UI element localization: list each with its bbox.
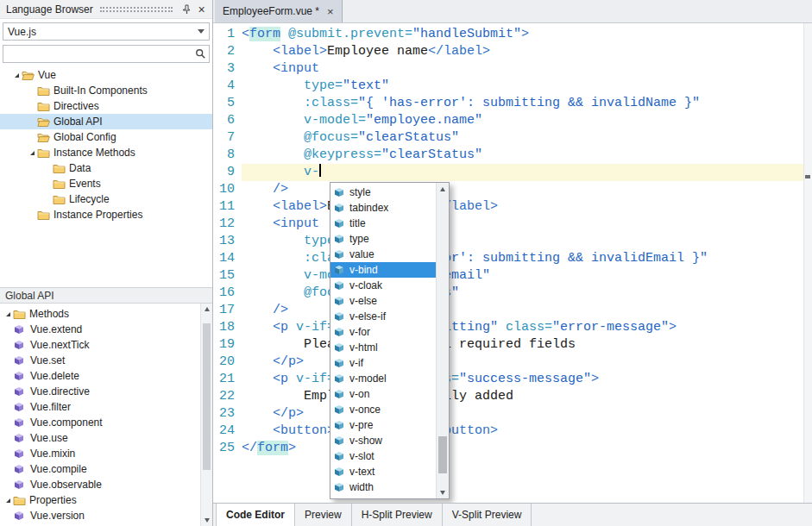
autocomplete-item-v-show[interactable]: v-show <box>330 433 436 448</box>
autocomplete-item-v-cloak[interactable]: v-cloak <box>330 278 436 293</box>
autocomplete-item-v-on[interactable]: v-on <box>330 386 436 402</box>
bottom-tab-code-editor[interactable]: Code Editor <box>216 504 295 526</box>
detail-item-properties[interactable]: Properties <box>0 492 198 508</box>
code-line-24[interactable]: 24 <button>Add Employee</button> <box>213 423 803 440</box>
code-line-4[interactable]: 4 type="text" <box>213 78 803 95</box>
tree-item-lifecycle[interactable]: Lifecycle <box>0 191 212 207</box>
tree-item-events[interactable]: Events <box>0 176 212 191</box>
autocomplete-item-style[interactable]: style <box>330 185 436 200</box>
code-editor[interactable]: 1<form @submit.prevent="handleSubmit">2 … <box>213 23 812 503</box>
bottom-tab-h-split-preview[interactable]: H-Split Preview <box>352 504 443 526</box>
detail-item-vue-directive[interactable]: Vue.directive <box>0 384 198 399</box>
tree-item-vue[interactable]: Vue <box>0 67 212 83</box>
code-line-15[interactable]: 15 v-model="employee.email" <box>213 267 803 285</box>
detail-item-vue-extend[interactable]: Vue.extend <box>0 322 198 337</box>
search-input[interactable] <box>3 46 192 62</box>
code-line-11[interactable]: 11 <label>Employee email</label> <box>213 198 803 216</box>
detail-item-vue-nexttick[interactable]: Vue.nextTick <box>0 337 198 353</box>
code-line-22[interactable]: 22 Employee successfully added <box>213 388 803 405</box>
expander-icon[interactable] <box>3 310 13 318</box>
tab-close-icon[interactable]: × <box>327 6 334 17</box>
code-line-21[interactable]: 21 <p v-if="success" class="success-mess… <box>213 371 803 388</box>
code-line-2[interactable]: 2 <label>Employee name</label> <box>213 43 803 60</box>
code-line-16[interactable]: 16 @focus="clearStatus" <box>213 285 803 302</box>
tree-item-directives[interactable]: Directives <box>0 98 212 114</box>
code-line-20[interactable]: 20 </p> <box>213 354 803 371</box>
code-line-17[interactable]: 17 /> <box>213 302 803 319</box>
chevron-down-icon[interactable] <box>193 23 209 40</box>
detail-pane: MethodsVue.extendVue.nextTickVue.setVue.… <box>0 304 212 526</box>
tree-item-global-config[interactable]: Global Config <box>0 129 212 145</box>
code-line-18[interactable]: 18 <p v-if="error && submitting" class="… <box>213 319 803 336</box>
detail-item-vue-observable[interactable]: Vue.observable <box>0 477 198 492</box>
code-line-25[interactable]: 25</form> <box>213 440 803 457</box>
code-line-13[interactable]: 13 type="text" <box>213 233 803 250</box>
detail-item-vue-version[interactable]: Vue.version <box>0 508 198 523</box>
editor-scrollbar[interactable] <box>803 23 812 503</box>
code-line-12[interactable]: 12 <input <box>213 216 803 233</box>
bottom-tab-v-split-preview[interactable]: V-Split Preview <box>443 504 532 526</box>
autocomplete-item-value[interactable]: value <box>330 247 436 262</box>
tree-item-instance-methods[interactable]: Instance Methods <box>0 145 212 160</box>
autocomplete-item-width[interactable]: width <box>330 479 436 495</box>
tree-item-global-api[interactable]: Global API <box>0 114 212 129</box>
detail-scrollbar-thumb[interactable] <box>203 323 211 470</box>
code-line-8[interactable]: 8 @keypress="clearStatus" <box>213 147 803 164</box>
tree-item-instance-properties[interactable]: Instance Properties <box>0 207 212 222</box>
drag-handle[interactable] <box>100 7 173 12</box>
autocomplete-item-v-pre[interactable]: v-pre <box>330 417 436 433</box>
detail-item-label: Vue.mixin <box>30 448 80 460</box>
method-icon <box>14 510 30 521</box>
code-line-19[interactable]: 19 Please fill out all required fields <box>213 336 803 354</box>
panel-close-button[interactable]: × <box>194 2 209 16</box>
detail-item-vue-use[interactable]: Vue.use <box>0 430 198 446</box>
autocomplete-item-tabindex[interactable]: tabindex <box>330 200 436 216</box>
language-dropdown[interactable]: Vue.js <box>3 22 210 41</box>
autocomplete-item-v-text[interactable]: v-text <box>330 464 436 479</box>
code-line-3[interactable]: 3 <input <box>213 60 803 78</box>
detail-item-methods[interactable]: Methods <box>0 306 198 322</box>
code-line-6[interactable]: 6 v-model="employee.name" <box>213 112 803 129</box>
pin-icon[interactable] <box>179 2 194 16</box>
autocomplete-item-v-bind[interactable]: v-bind <box>330 262 436 278</box>
autocomplete-item-v-html[interactable]: v-html <box>330 340 436 355</box>
detail-item-vue-compile[interactable]: Vue.compile <box>0 461 198 477</box>
autocomplete-item-v-for[interactable]: v-for <box>330 324 436 340</box>
tab-employeeform-vue[interactable]: EmployeeForm.vue * × <box>215 0 343 22</box>
autocomplete-item-v-once[interactable]: v-once <box>330 402 436 417</box>
autocomplete-scrollbar[interactable] <box>436 183 449 498</box>
expander-icon[interactable] <box>28 149 37 157</box>
autocomplete-scrollbar-thumb[interactable] <box>438 436 447 473</box>
autocomplete-item-v-slot[interactable]: v-slot <box>330 448 436 464</box>
scroll-up-arrow-icon[interactable] <box>201 304 212 315</box>
scroll-down-arrow-icon[interactable] <box>437 486 449 498</box>
detail-item-vue-component[interactable]: Vue.component <box>0 415 198 430</box>
code-line-1[interactable]: 1<form @submit.prevent="handleSubmit"> <box>213 26 803 43</box>
autocomplete-item-v-if[interactable]: v-if <box>330 355 436 371</box>
code-line-5[interactable]: 5 :class="{ 'has-error': submitting && i… <box>213 95 803 112</box>
code-line-9[interactable]: 9 v- <box>213 164 803 181</box>
detail-item-vue-filter[interactable]: Vue.filter <box>0 399 198 415</box>
bottom-tab-preview[interactable]: Preview <box>295 504 352 526</box>
code-line-10[interactable]: 10 /> <box>213 181 803 198</box>
detail-item-vue-set[interactable]: Vue.set <box>0 353 198 368</box>
expander-icon[interactable] <box>12 72 22 79</box>
autocomplete-item-v-else-if[interactable]: v-else-if <box>330 309 436 324</box>
expander-icon[interactable] <box>3 497 13 504</box>
autocomplete-item-v-else[interactable]: v-else <box>330 293 436 309</box>
tree-item-data[interactable]: Data <box>0 160 212 176</box>
detail-scrollbar[interactable] <box>200 304 212 526</box>
autocomplete-item-title[interactable]: title <box>330 216 436 231</box>
autocomplete-item-v-model[interactable]: v-model <box>330 371 436 386</box>
detail-item-vue-mixin[interactable]: Vue.mixin <box>0 446 198 461</box>
code-line-7[interactable]: 7 @focus="clearStatus" <box>213 129 803 147</box>
tree-item-label: Instance Methods <box>54 147 141 159</box>
code-line-23[interactable]: 23 </p> <box>213 405 803 423</box>
tree-item-built-in-components[interactable]: Built-In Components <box>0 83 212 98</box>
autocomplete-item-type[interactable]: type <box>330 231 436 247</box>
scroll-up-arrow-icon[interactable] <box>437 183 449 195</box>
code-line-14[interactable]: 14 :class="{ 'has-error': submitting && … <box>213 250 803 267</box>
scroll-down-arrow-icon[interactable] <box>201 515 212 526</box>
search-icon[interactable] <box>192 46 209 62</box>
detail-item-vue-delete[interactable]: Vue.delete <box>0 368 198 384</box>
